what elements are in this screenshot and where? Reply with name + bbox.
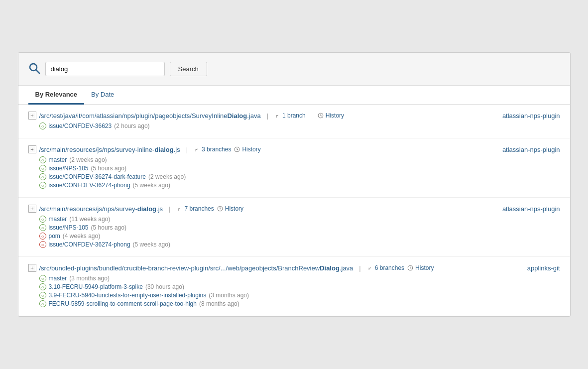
branch-list: ○ master (2 weeks ago) ○ issue/NPS-105 (… (39, 156, 560, 189)
branch-item: ○ issue/CONFDEV-36274-phong (5 weeks ago… (39, 182, 560, 189)
search-input[interactable]: dialog (45, 62, 165, 76)
branch-count-link[interactable]: 6 branches (375, 264, 404, 271)
tabs: By Relevance By Date (18, 86, 570, 105)
history-icon (318, 113, 324, 119)
branch-item: ○ issue/NPS-105 (5 hours ago) (39, 224, 560, 231)
branch-icon (194, 146, 200, 152)
history-icon (217, 206, 223, 212)
branch-item: ○ master (2 weeks ago) (39, 156, 560, 163)
repo-name[interactable]: atlassian-nps-plugin (502, 205, 560, 213)
branch-list: ○ issue/CONFDEV-36623 (2 hours ago) (39, 123, 560, 129)
history-icon (407, 265, 413, 271)
branch-time: (8 months ago) (199, 300, 239, 307)
expand-icon[interactable]: + (28, 112, 36, 120)
branch-list: ○ master (11 weeks ago) ○ issue/NPS-105 … (39, 216, 560, 248)
branch-dot: ○ (39, 300, 46, 307)
file-path-link[interactable]: /src/bundled-plugins/bundled/crucible-br… (39, 264, 353, 272)
search-button[interactable]: Search (170, 62, 207, 76)
file-path: /src/bundled-plugins/bundled/crucible-br… (39, 264, 353, 272)
branch-name[interactable]: issue/CONFDEV-36274-dark-feature (49, 173, 146, 180)
path-highlight: dialog (154, 146, 173, 153)
branch-list: ○ master (3 months ago) ○ 3.10-FECRU-594… (39, 275, 560, 307)
branch-name[interactable]: master (49, 156, 67, 163)
expand-icon[interactable]: + (28, 205, 36, 213)
meta-info: 1 branch (274, 112, 306, 119)
expand-icon[interactable]: + (28, 145, 36, 153)
tab-by-relevance[interactable]: By Relevance (28, 86, 85, 105)
branch-name[interactable]: 3.10-FECRU-5949-platform-3-spike (49, 283, 143, 290)
result-header: + /src/main/resources/js/nps/survey-dial… (28, 205, 560, 213)
branch-item: ○ issue/NPS-105 (5 hours ago) (39, 165, 560, 172)
branch-dot-green: ○ (39, 123, 46, 129)
separator: | (359, 264, 360, 272)
path-highlight: dialog (137, 205, 156, 213)
path-suffix: .js (156, 205, 163, 213)
branch-dot: ○ (39, 216, 46, 223)
expand-icon[interactable]: + (28, 264, 36, 272)
file-path: /src/main/resources/js/nps/survey-inline… (39, 146, 180, 153)
main-container: dialog Search By Relevance By Date + /sr… (18, 52, 571, 317)
branch-dot: ○ (39, 173, 46, 180)
branch-icon (274, 113, 280, 119)
path-suffix: .java (340, 264, 353, 272)
tab-by-date[interactable]: By Date (84, 86, 121, 105)
branch-time: (3 months ago) (209, 292, 249, 299)
branch-name[interactable]: issue/NPS-105 (49, 165, 89, 172)
branch-time: (4 weeks ago) (63, 233, 100, 240)
branch-name[interactable]: 3.9-FECRU-5940-functests-for-empty-user-… (49, 292, 207, 299)
path-highlight: Dialog (227, 112, 247, 120)
branch-count-link[interactable]: 7 branches (184, 205, 214, 212)
path-prefix: /src/test/java/it/com/atlassian/nps/plug… (39, 112, 228, 120)
search-bar: dialog Search (18, 53, 570, 86)
branch-count-link[interactable]: 1 branch (282, 112, 306, 119)
branch-time: (11 weeks ago) (69, 216, 110, 223)
branch-name[interactable]: FECRU-5859-scrolling-to-comment-scroll-p… (49, 300, 197, 307)
result-header: + /src/main/resources/js/nps/survey-inli… (28, 145, 560, 153)
branch-item: ○ master (3 months ago) (39, 275, 560, 282)
branch-dot-red: ○ (39, 233, 46, 240)
history-icon (234, 146, 240, 152)
branch-time: (5 weeks ago) (133, 241, 170, 248)
path-highlight: Dialog (320, 264, 340, 272)
history-meta: History (407, 264, 434, 271)
branch-name[interactable]: issue/NPS-105 (49, 224, 89, 231)
branch-item: ○ pom (4 weeks ago) (39, 233, 560, 240)
result-header: + /src/bundled-plugins/bundled/crucible-… (28, 264, 560, 272)
branch-dot: ○ (39, 275, 46, 282)
branch-item: ○ issue/CONFDEV-36274-dark-feature (2 we… (39, 173, 560, 180)
path-suffix: .java (247, 112, 260, 120)
branch-dot: ○ (39, 292, 46, 299)
branch-item: ○ issue/CONFDEV-36274-phong (5 weeks ago… (39, 241, 560, 248)
file-path-link[interactable]: /src/test/java/it/com/atlassian/nps/plug… (39, 112, 261, 120)
branch-dot: ○ (39, 283, 46, 290)
history-link[interactable]: History (242, 146, 260, 153)
file-path-link[interactable]: /src/main/resources/js/nps/survey-inline… (39, 146, 180, 153)
branch-name[interactable]: pom (49, 233, 60, 240)
branch-name[interactable]: issue/CONFDEV-36274-phong (49, 182, 130, 189)
history-link[interactable]: History (326, 112, 344, 119)
separator: | (267, 112, 268, 120)
branch-time: (5 hours ago) (91, 165, 126, 172)
branch-name[interactable]: issue/CONFDEV-36274-phong (49, 241, 130, 248)
file-path-link[interactable]: /src/main/resources/js/nps/survey-dialog… (39, 205, 163, 213)
history-meta: History (318, 112, 344, 119)
history-link[interactable]: History (415, 264, 434, 271)
branch-name[interactable]: issue/CONFDEV-36623 (49, 123, 112, 129)
svg-line-1 (36, 70, 39, 73)
branch-name[interactable]: master (49, 275, 67, 282)
result-item: + /src/main/resources/js/nps/survey-dial… (18, 198, 570, 257)
repo-name[interactable]: applinks-git (527, 264, 560, 272)
repo-name[interactable]: atlassian-nps-plugin (502, 112, 560, 120)
branch-name[interactable]: master (49, 216, 67, 223)
history-link[interactable]: History (225, 205, 243, 212)
meta-info: 3 branches (194, 146, 231, 153)
path-prefix: /src/main/resources/js/nps/survey-inline… (39, 146, 155, 153)
repo-name[interactable]: atlassian-nps-plugin (502, 146, 560, 153)
path-prefix: /src/bundled-plugins/bundled/crucible-br… (39, 264, 320, 272)
branch-time: (2 weeks ago) (69, 156, 107, 163)
branch-time: (5 weeks ago) (133, 182, 170, 189)
branch-count-link[interactable]: 3 branches (202, 146, 231, 153)
file-path: /src/test/java/it/com/atlassian/nps/plug… (39, 112, 261, 120)
path-suffix: .js (174, 146, 180, 153)
branch-icon (176, 206, 182, 212)
